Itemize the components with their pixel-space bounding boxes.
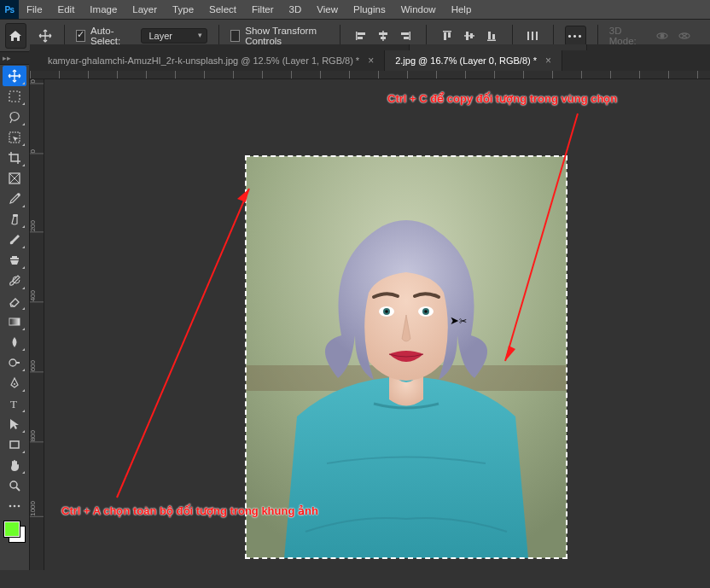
menu-edit[interactable]: Edit [50,0,83,19]
frame-tool[interactable] [3,168,26,189]
ruler-tick: 600 [30,360,44,372]
svg-point-22 [660,33,664,38]
menu-help[interactable]: Help [444,0,480,19]
document-tabs-container: kamyar-ghalamchi-AmuzHI_2r-k-unsplash.jp… [29,50,710,71]
arrow-cursor-icon: ➤ [450,314,459,327]
align-left-edges-button[interactable] [352,26,370,45]
svg-line-51 [117,189,249,498]
edit-toolbar-button[interactable] [3,496,26,516]
distribute-group [523,26,542,45]
menu-type[interactable]: Type [165,0,201,19]
ruler-tick: 200 [30,220,44,232]
separator [218,25,219,47]
collapse-panels-icon[interactable]: ▸▸ [3,54,11,62]
scissors-icon: ✂ [459,316,467,326]
svg-text:T: T [10,398,17,410]
close-icon[interactable]: × [545,55,551,66]
close-icon[interactable]: × [368,55,374,66]
menu-layer[interactable]: Layer [125,0,165,19]
tab-document-2[interactable]: 2.jpg @ 16.7% (Layer 0, RGB/8) * × [385,50,562,71]
color-swatches[interactable] [3,521,26,542]
hand-tool[interactable] [3,455,26,475]
menu-file[interactable]: File [19,0,50,19]
move-tool-icon [38,26,53,46]
clone-stamp-tool[interactable] [3,250,26,271]
svg-point-45 [385,310,388,313]
document-image[interactable] [246,156,567,558]
menu-3d[interactable]: 3D [282,0,310,19]
document-tabs: kamyar-ghalamchi-AmuzHI_2r-k-unsplash.jp… [29,50,710,71]
crop-tool[interactable] [3,148,26,168]
svg-rect-19 [532,32,533,40]
svg-rect-11 [448,32,451,38]
menu-select[interactable]: Select [201,0,244,19]
align-horizontal-centers-button[interactable] [374,26,393,45]
path-selection-tool[interactable] [3,414,26,434]
separator [426,25,427,47]
svg-rect-2 [358,37,363,39]
separator [597,25,598,47]
eyedropper-tool[interactable] [3,189,26,209]
toolbox: T [0,65,30,570]
auto-select-target-dropdown[interactable]: Layer [141,28,207,44]
more-options-button[interactable]: ••• [565,26,586,46]
dodge-tool[interactable] [3,352,26,373]
align-right-edges-button[interactable] [396,26,415,45]
zoom-tool[interactable] [3,475,26,496]
align-top-edges-button[interactable] [438,26,457,45]
blur-tool[interactable] [3,332,26,352]
svg-point-32 [14,383,15,385]
tab-title: kamyar-ghalamchi-AmuzHI_2r-k-unsplash.jp… [48,55,359,66]
tab-document-1[interactable]: kamyar-ghalamchi-AmuzHI_2r-k-unsplash.jp… [38,50,385,71]
horizontal-type-tool[interactable]: T [3,393,26,414]
spot-healing-brush-tool[interactable] [3,209,26,230]
svg-point-39 [18,505,20,508]
svg-point-30 [9,359,16,366]
menu-filter[interactable]: Filter [244,0,282,19]
align-group-2 [438,26,501,45]
svg-point-27 [17,193,20,195]
menu-window[interactable]: Window [393,0,444,19]
svg-point-35 [10,481,17,488]
show-transform-label: Show Transform Controls [245,26,329,46]
auto-select-checkbox[interactable] [76,30,85,42]
object-selection-tool[interactable] [3,127,26,148]
menu-bar: Ps File Edit Image Layer Type Select Fil… [0,0,710,20]
svg-rect-14 [470,33,473,38]
svg-line-36 [16,487,20,491]
eraser-tool[interactable] [3,291,26,311]
menu-view[interactable]: View [309,0,346,19]
rectangular-marquee-tool[interactable] [3,86,26,107]
lasso-tool[interactable] [3,107,26,127]
home-button[interactable] [5,23,26,49]
show-transform-checkbox[interactable] [230,30,240,42]
menu-image[interactable]: Image [82,0,125,19]
svg-rect-28 [13,214,18,217]
ruler-tick: 800 [30,430,44,442]
svg-rect-5 [381,37,386,39]
pen-tool[interactable] [3,373,26,393]
align-vertical-centers-button[interactable] [460,26,479,45]
move-tool[interactable] [3,66,26,86]
menu-plugins[interactable]: Plugins [346,0,393,19]
svg-rect-3 [382,31,384,41]
vertical-ruler[interactable]: 0020040060080010001200 [30,79,44,570]
svg-rect-0 [356,32,358,40]
foreground-swatch[interactable] [4,521,20,537]
canvas[interactable]: ➤✂ Ctrl + C để copy đối tượng trong vùng… [44,79,710,570]
align-bottom-edges-button[interactable] [482,26,501,45]
ruler-tick: 0 [30,149,44,154]
3d-orbit-icon[interactable] [653,26,672,45]
show-transform-group: Show Transform Controls [230,26,329,46]
svg-point-38 [14,505,16,508]
distribute-horizontal-button[interactable] [523,26,542,45]
3d-pan-icon[interactable] [675,26,694,45]
rectangle-tool[interactable] [3,434,26,455]
separator [340,25,340,47]
brush-tool[interactable] [3,230,26,250]
gradient-tool[interactable] [3,311,26,332]
history-brush-tool[interactable] [3,271,26,291]
svg-rect-13 [466,32,468,40]
svg-rect-8 [404,37,409,39]
svg-rect-12 [464,35,474,37]
